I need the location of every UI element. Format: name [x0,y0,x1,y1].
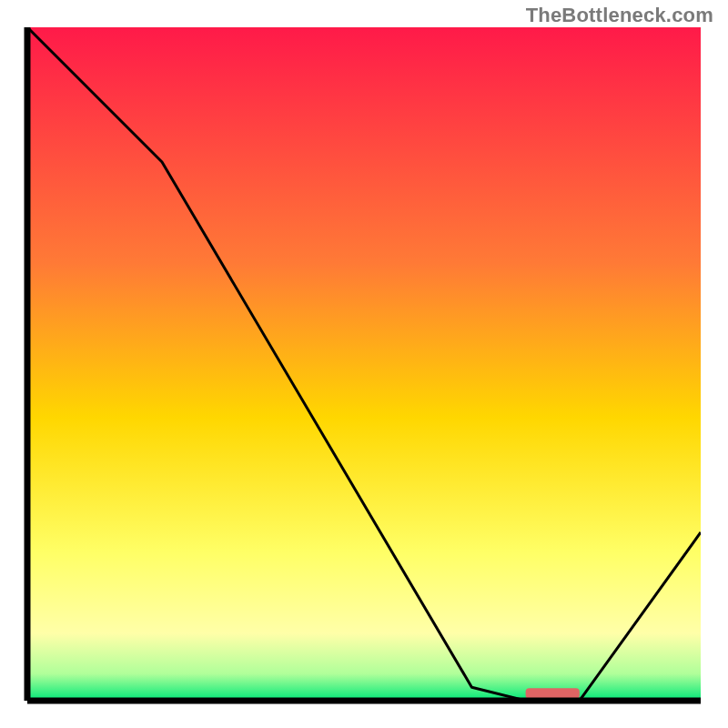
attribution-label: TheBottleneck.com [526,4,713,27]
bottleneck-chart [0,0,728,728]
optimal-range-marker [526,688,580,699]
